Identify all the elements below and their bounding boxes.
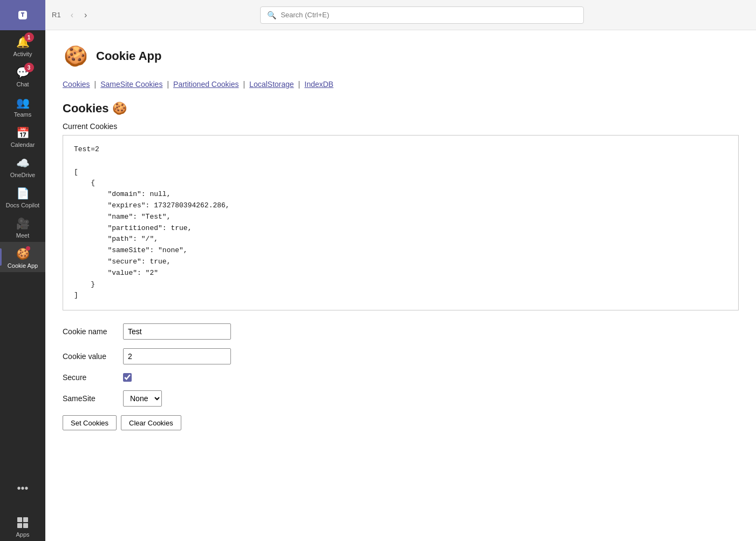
nav-link-partitioned[interactable]: Partitioned Cookies — [173, 80, 239, 89]
sidebar-item-docs-copilot-label: Docs Copilot — [6, 202, 39, 208]
svg-rect-3 — [23, 523, 28, 528]
sidebar-item-meet-label: Meet — [16, 232, 29, 239]
breadcrumb: R1 — [52, 11, 61, 19]
nav-link-localstorage[interactable]: LocalStorage — [249, 80, 294, 89]
cookie-value-input[interactable] — [123, 348, 231, 364]
set-cookies-button[interactable]: Set Cookies — [63, 415, 117, 430]
sidebar-item-apps-label: Apps — [16, 531, 29, 538]
cookie-value-label: Cookie value — [63, 352, 117, 361]
onedrive-icon: ☁️ — [16, 157, 29, 170]
nav-link-cookies[interactable]: Cookies — [63, 80, 90, 89]
nav-sep-1: | — [94, 80, 97, 89]
teams-icon: 👥 — [16, 96, 29, 109]
activity-icon: 🔔 1 — [16, 36, 29, 49]
samesite-label: SameSite — [63, 394, 117, 403]
docs-copilot-icon: 📄 — [16, 187, 29, 200]
sidebar-item-cookie-app-label: Cookie App — [8, 262, 38, 269]
teams-logo[interactable] — [0, 0, 45, 30]
secure-row: Secure — [63, 373, 739, 382]
sidebar-item-docs-copilot[interactable]: 📄 Docs Copilot — [0, 181, 45, 212]
app-header: 🍪 Cookie App — [63, 43, 739, 69]
sidebar-item-teams-label: Teams — [14, 111, 31, 118]
cookie-name-input[interactable] — [123, 323, 231, 340]
sidebar-item-more[interactable]: ••• — [0, 476, 45, 498]
cookie-name-label: Cookie name — [63, 327, 117, 336]
clear-cookies-button[interactable]: Clear Cookies — [121, 415, 181, 430]
sidebar-item-apps[interactable]: Apps — [0, 511, 45, 541]
topbar: R1 ‹ › 🔍 — [45, 0, 756, 30]
svg-rect-0 — [17, 517, 22, 522]
svg-rect-2 — [17, 523, 22, 528]
sidebar-item-meet[interactable]: 🎥 Meet — [0, 212, 45, 242]
activity-badge: 1 — [24, 32, 34, 42]
nav-links: Cookies | SameSite Cookies | Partitioned… — [63, 80, 739, 89]
nav-link-indexdb[interactable]: IndexDB — [304, 80, 333, 89]
sidebar-item-teams[interactable]: 👥 Teams — [0, 91, 45, 121]
nav-sep-4: | — [298, 80, 301, 89]
chat-icon: 💬 3 — [16, 66, 29, 79]
back-button[interactable]: ‹ — [67, 8, 77, 22]
sidebar-item-onedrive[interactable]: ☁️ OneDrive — [0, 151, 45, 181]
forward-button[interactable]: › — [81, 8, 90, 22]
sidebar-item-activity[interactable]: 🔔 1 Activity — [0, 30, 45, 60]
chat-badge: 3 — [24, 63, 34, 72]
cookie-value-row: Cookie value — [63, 348, 739, 364]
sidebar-item-cookie-app[interactable]: 🍪 Cookie App — [0, 242, 45, 272]
cookie-display: Test=2 [ { "domain": null, "expires": 17… — [63, 135, 739, 310]
app-icon: 🍪 — [63, 43, 88, 69]
apps-icon — [16, 516, 29, 529]
sidebar-item-activity-label: Activity — [13, 51, 32, 57]
sidebar-item-calendar[interactable]: 📅 Calendar — [0, 121, 45, 151]
nav-sep-2: | — [167, 80, 169, 89]
samesite-select[interactable]: None Lax Strict — [123, 390, 162, 407]
calendar-icon: 📅 — [16, 126, 29, 139]
search-bar[interactable]: 🔍 — [260, 6, 584, 24]
svg-rect-1 — [23, 517, 28, 522]
secure-label: Secure — [63, 373, 117, 382]
sidebar-item-calendar-label: Calendar — [11, 141, 35, 148]
cookie-app-icon: 🍪 — [16, 247, 29, 260]
sidebar-item-chat[interactable]: 💬 3 Chat — [0, 60, 45, 91]
button-row: Set Cookies Clear Cookies — [63, 415, 739, 430]
search-input[interactable] — [281, 11, 577, 19]
more-icon: ••• — [16, 482, 29, 495]
cookie-app-badge-dot — [26, 246, 30, 251]
main-content: 🍪 Cookie App Cookies | SameSite Cookies … — [45, 30, 756, 541]
sidebar-item-onedrive-label: OneDrive — [10, 172, 35, 178]
samesite-row: SameSite None Lax Strict — [63, 390, 739, 407]
cookie-name-row: Cookie name — [63, 323, 739, 340]
section-heading: Cookies 🍪 — [63, 102, 739, 116]
current-cookies-label: Current Cookies — [63, 122, 739, 131]
meet-icon: 🎥 — [16, 217, 29, 230]
nav-link-samesite[interactable]: SameSite Cookies — [100, 80, 162, 89]
nav-sep-3: | — [243, 80, 245, 89]
secure-checkbox[interactable] — [123, 373, 132, 382]
sidebar-item-chat-label: Chat — [16, 81, 29, 87]
app-title: Cookie App — [96, 49, 161, 63]
search-icon: 🔍 — [267, 11, 276, 19]
sidebar: 🔔 1 Activity 💬 3 Chat 👥 Teams 📅 Calendar… — [0, 0, 45, 541]
